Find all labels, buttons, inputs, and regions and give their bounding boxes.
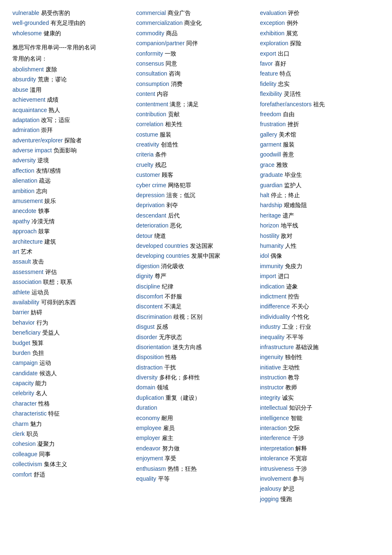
word-chinese: 性格	[38, 400, 50, 407]
word-english: initiative	[260, 364, 281, 371]
word-chinese: 艺术	[21, 248, 32, 255]
word-english: athlete	[12, 289, 30, 296]
list-item: apathy冷漠无情	[12, 217, 128, 226]
list-item: feature特点	[260, 69, 375, 78]
list-item: consultation咨询	[136, 69, 251, 78]
word-chinese: 探险	[290, 40, 302, 46]
word-english: barrier	[12, 309, 29, 315]
list-item: hostility敌对	[260, 231, 375, 240]
column-1: vulnerable易受伤害的well-grounded有充足理由的wholes…	[12, 8, 132, 504]
word-english: garment	[260, 141, 281, 148]
list-item: commodity商品	[136, 29, 251, 38]
list-item: assessment评估	[12, 267, 128, 276]
word-english: commercial	[136, 10, 166, 16]
word-chinese: 基础设施	[295, 344, 319, 350]
list-item: disorder无序状态	[136, 333, 251, 342]
word-english: indictment	[260, 293, 287, 300]
list-item: endeavor努力做	[136, 444, 251, 453]
list-item: availability可得到的东西	[12, 298, 128, 307]
word-chinese: 运动员	[32, 289, 49, 296]
word-english: disposition	[136, 354, 163, 360]
word-chinese: 友情/感情	[36, 167, 61, 174]
list-item: absurdity荒唐；谬论	[12, 75, 128, 84]
list-item: digestion消化吸收	[136, 262, 251, 271]
word-english: domain	[136, 384, 155, 391]
word-english: discontent	[136, 303, 163, 310]
word-english: amusement	[12, 198, 43, 204]
word-chinese: 干涉	[295, 465, 307, 472]
list-item: conformity一致	[136, 49, 251, 58]
word-english: adventurer/explorer	[12, 137, 63, 144]
word-english: grace	[260, 161, 275, 168]
list-item: behavior行为	[12, 318, 128, 327]
list-item: developed countries发达国家	[136, 241, 251, 250]
word-chinese: 网络犯罪	[168, 182, 191, 188]
word-english: interpretation	[260, 445, 294, 452]
word-chinese: 交际	[288, 425, 300, 431]
word-chinese: 负面影响	[54, 147, 77, 154]
word-chinese: 反感	[156, 323, 168, 330]
list-item: approach鼓掌	[12, 227, 128, 236]
word-chinese: 重复（建设）	[166, 394, 200, 401]
word-chinese: 雇员	[163, 425, 175, 431]
word-chinese: 后代	[168, 212, 180, 219]
list-item: association联想；联系	[12, 277, 128, 286]
word-chinese: 有充足理由的	[51, 20, 85, 26]
word-english: enthusiasm	[136, 465, 166, 472]
word-english: creativity	[136, 141, 159, 148]
word-chinese: 工业；行业	[282, 323, 311, 330]
word-chinese: 志向	[36, 188, 48, 194]
word-chinese: 迷失方向感	[173, 344, 202, 350]
list-item: employer雇主	[136, 433, 251, 443]
word-chinese: 发达国家	[190, 242, 213, 249]
word-english: favor	[260, 60, 273, 67]
list-item: duration	[136, 403, 251, 412]
word-english: content	[136, 90, 155, 97]
list-item: integrity诚实	[260, 393, 375, 402]
list-item: dignity尊严	[136, 271, 251, 281]
word-chinese: 不宽容	[290, 455, 307, 462]
list-item: assault攻击	[12, 257, 128, 266]
word-chinese: 不满足	[164, 303, 182, 310]
word-english: involvement	[260, 475, 291, 482]
word-chinese: 行为	[37, 319, 48, 326]
word-chinese: 候选人	[39, 370, 57, 377]
word-english: assault	[12, 258, 31, 265]
word-english: deterioration	[136, 222, 168, 229]
word-english: infrastructure	[260, 344, 294, 350]
list-item: enthusiasm热情；狂热	[136, 464, 251, 473]
word-chinese: 易受伤害的	[41, 10, 70, 16]
word-chinese: 教师	[285, 384, 297, 391]
word-chinese: 干扰	[164, 364, 176, 371]
word-chinese: 逆境	[37, 157, 49, 164]
list-item: disposition性格	[136, 352, 251, 362]
list-item: idol偶像	[260, 251, 375, 260]
word-chinese: 毕业生	[285, 171, 302, 178]
list-item: detour绕道	[136, 231, 251, 240]
word-english: collectivism	[12, 461, 42, 467]
list-item: humanity人性	[260, 241, 375, 250]
word-chinese: 运动	[39, 359, 51, 366]
word-english: conformity	[136, 50, 163, 57]
word-english: commercialization	[136, 20, 183, 26]
word-chinese: 不关心	[292, 303, 309, 310]
word-english: customer	[136, 171, 160, 178]
word-chinese: 建筑	[44, 238, 56, 245]
list-item: commercial商业广告	[136, 8, 251, 17]
word-chinese: 展览	[286, 30, 298, 37]
section-heading: 雅思写作常用单词----常用的名词	[12, 44, 96, 51]
word-chinese: 能力	[35, 380, 47, 386]
list-item: flexibility灵活性	[260, 89, 375, 98]
list-item: anecdote轶事	[12, 206, 128, 215]
word-english: cruelty	[136, 161, 153, 168]
word-chinese: 受益人	[42, 329, 60, 336]
word-chinese: 荒唐；谬论	[38, 76, 67, 83]
word-chinese: 职员	[27, 430, 38, 437]
word-english: guardian	[260, 182, 283, 188]
list-item: collectivism集体主义	[12, 460, 128, 469]
word-english: intellectual	[260, 404, 287, 411]
word-chinese: 健康的	[44, 30, 61, 37]
word-chinese: 魅力	[30, 421, 42, 427]
word-chinese: 监护人	[284, 182, 302, 188]
list-item: affection友情/感情	[12, 166, 128, 175]
